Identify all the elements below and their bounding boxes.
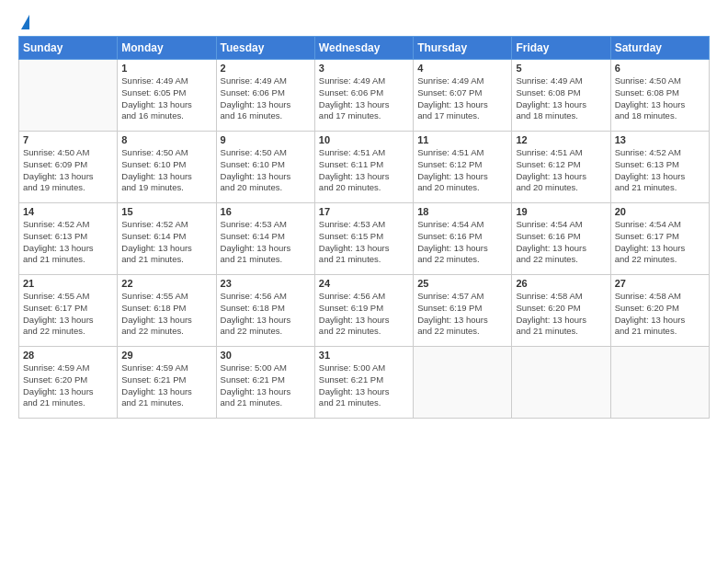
day-info: Sunrise: 4:50 AMSunset: 6:10 PMDaylight:… — [121, 147, 211, 194]
day-number: 16 — [221, 206, 311, 217]
day-info: Sunrise: 4:54 AMSunset: 6:17 PMDaylight:… — [615, 219, 705, 266]
day-info: Sunrise: 4:56 AMSunset: 6:18 PMDaylight:… — [221, 291, 311, 338]
calendar-cell: 3Sunrise: 4:49 AMSunset: 6:06 PMDaylight… — [314, 60, 413, 132]
day-number: 25 — [417, 278, 507, 289]
calendar-cell: 19Sunrise: 4:54 AMSunset: 6:16 PMDayligh… — [512, 203, 610, 275]
calendar-cell: 30Sunrise: 5:00 AMSunset: 6:21 PMDayligh… — [216, 347, 314, 419]
calendar-cell: 11Sunrise: 4:51 AMSunset: 6:12 PMDayligh… — [414, 132, 512, 203]
calendar-cell: 25Sunrise: 4:57 AMSunset: 6:19 PMDayligh… — [414, 275, 512, 347]
calendar-header-friday: Friday — [512, 37, 610, 60]
day-info: Sunrise: 4:50 AMSunset: 6:10 PMDaylight:… — [221, 147, 311, 194]
day-info: Sunrise: 4:49 AMSunset: 6:06 PMDaylight:… — [221, 75, 311, 122]
calendar-cell: 13Sunrise: 4:52 AMSunset: 6:13 PMDayligh… — [610, 132, 709, 203]
day-info: Sunrise: 4:55 AMSunset: 6:17 PMDaylight:… — [23, 291, 113, 338]
day-info: Sunrise: 5:00 AMSunset: 6:21 PMDaylight:… — [221, 362, 311, 409]
day-number: 4 — [417, 63, 507, 74]
day-number: 26 — [516, 278, 606, 289]
calendar-cell: 29Sunrise: 4:59 AMSunset: 6:21 PMDayligh… — [118, 347, 216, 419]
day-info: Sunrise: 4:52 AMSunset: 6:13 PMDaylight:… — [615, 147, 705, 194]
calendar-cell: 18Sunrise: 4:54 AMSunset: 6:16 PMDayligh… — [414, 203, 512, 275]
day-number: 2 — [221, 63, 311, 74]
day-info: Sunrise: 4:52 AMSunset: 6:14 PMDaylight:… — [121, 219, 211, 266]
day-number: 15 — [121, 206, 211, 217]
day-number: 3 — [319, 63, 409, 74]
day-number: 27 — [615, 278, 705, 289]
day-number: 11 — [417, 134, 507, 145]
day-info: Sunrise: 4:49 AMSunset: 6:05 PMDaylight:… — [121, 75, 211, 122]
day-info: Sunrise: 4:52 AMSunset: 6:13 PMDaylight:… — [23, 219, 113, 266]
calendar-header-row: SundayMondayTuesdayWednesdayThursdayFrid… — [19, 37, 710, 60]
calendar-cell: 15Sunrise: 4:52 AMSunset: 6:14 PMDayligh… — [118, 203, 216, 275]
day-number: 28 — [23, 350, 113, 361]
day-number: 17 — [319, 206, 409, 217]
day-number: 21 — [23, 278, 113, 289]
day-number: 30 — [221, 350, 311, 361]
day-info: Sunrise: 4:56 AMSunset: 6:19 PMDaylight:… — [319, 291, 409, 338]
calendar-cell: 31Sunrise: 5:00 AMSunset: 6:21 PMDayligh… — [314, 347, 413, 419]
day-info: Sunrise: 4:58 AMSunset: 6:20 PMDaylight:… — [516, 291, 606, 338]
day-number: 20 — [615, 206, 705, 217]
day-number: 18 — [417, 206, 507, 217]
logo-triangle-icon — [21, 15, 29, 29]
header — [18, 17, 710, 29]
calendar-cell: 20Sunrise: 4:54 AMSunset: 6:17 PMDayligh… — [610, 203, 709, 275]
day-info: Sunrise: 4:53 AMSunset: 6:15 PMDaylight:… — [319, 219, 409, 266]
calendar-cell: 17Sunrise: 4:53 AMSunset: 6:15 PMDayligh… — [314, 203, 413, 275]
calendar-cell: 14Sunrise: 4:52 AMSunset: 6:13 PMDayligh… — [19, 203, 118, 275]
calendar-header-monday: Monday — [118, 37, 216, 60]
calendar-cell: 7Sunrise: 4:50 AMSunset: 6:09 PMDaylight… — [19, 132, 118, 203]
calendar-table: SundayMondayTuesdayWednesdayThursdayFrid… — [18, 36, 710, 419]
day-number: 10 — [319, 134, 409, 145]
day-info: Sunrise: 4:49 AMSunset: 6:08 PMDaylight:… — [516, 75, 606, 122]
day-info: Sunrise: 4:54 AMSunset: 6:16 PMDaylight:… — [417, 219, 507, 266]
calendar-cell — [512, 347, 610, 419]
calendar-cell: 6Sunrise: 4:50 AMSunset: 6:08 PMDaylight… — [610, 60, 709, 132]
day-number: 31 — [319, 350, 409, 361]
calendar-week-2: 14Sunrise: 4:52 AMSunset: 6:13 PMDayligh… — [19, 203, 710, 275]
calendar-cell: 24Sunrise: 4:56 AMSunset: 6:19 PMDayligh… — [314, 275, 413, 347]
calendar-header-sunday: Sunday — [19, 37, 118, 60]
day-info: Sunrise: 4:54 AMSunset: 6:16 PMDaylight:… — [516, 219, 606, 266]
day-info: Sunrise: 4:49 AMSunset: 6:06 PMDaylight:… — [319, 75, 409, 122]
calendar-cell: 28Sunrise: 4:59 AMSunset: 6:20 PMDayligh… — [19, 347, 118, 419]
day-number: 24 — [319, 278, 409, 289]
calendar-cell: 5Sunrise: 4:49 AMSunset: 6:08 PMDaylight… — [512, 60, 610, 132]
day-info: Sunrise: 4:51 AMSunset: 6:12 PMDaylight:… — [417, 147, 507, 194]
calendar-cell: 2Sunrise: 4:49 AMSunset: 6:06 PMDaylight… — [216, 60, 314, 132]
day-number: 13 — [615, 134, 705, 145]
logo — [18, 17, 29, 29]
calendar-cell: 10Sunrise: 4:51 AMSunset: 6:11 PMDayligh… — [314, 132, 413, 203]
day-number: 22 — [121, 278, 211, 289]
day-info: Sunrise: 4:57 AMSunset: 6:19 PMDaylight:… — [417, 291, 507, 338]
calendar-cell — [19, 60, 118, 132]
day-number: 7 — [23, 134, 113, 145]
calendar-cell — [414, 347, 512, 419]
calendar-cell: 8Sunrise: 4:50 AMSunset: 6:10 PMDaylight… — [118, 132, 216, 203]
calendar-cell: 22Sunrise: 4:55 AMSunset: 6:18 PMDayligh… — [118, 275, 216, 347]
day-number: 5 — [516, 63, 606, 74]
calendar-cell: 16Sunrise: 4:53 AMSunset: 6:14 PMDayligh… — [216, 203, 314, 275]
day-number: 8 — [121, 134, 211, 145]
calendar-cell: 4Sunrise: 4:49 AMSunset: 6:07 PMDaylight… — [414, 60, 512, 132]
day-number: 1 — [121, 63, 211, 74]
calendar-week-1: 7Sunrise: 4:50 AMSunset: 6:09 PMDaylight… — [19, 132, 710, 203]
calendar-cell: 27Sunrise: 4:58 AMSunset: 6:20 PMDayligh… — [610, 275, 709, 347]
calendar-cell: 1Sunrise: 4:49 AMSunset: 6:05 PMDaylight… — [118, 60, 216, 132]
calendar-cell: 12Sunrise: 4:51 AMSunset: 6:12 PMDayligh… — [512, 132, 610, 203]
day-info: Sunrise: 4:59 AMSunset: 6:20 PMDaylight:… — [23, 362, 113, 409]
day-number: 23 — [221, 278, 311, 289]
day-info: Sunrise: 4:53 AMSunset: 6:14 PMDaylight:… — [221, 219, 311, 266]
page: SundayMondayTuesdayWednesdayThursdayFrid… — [0, 0, 728, 563]
day-number: 12 — [516, 134, 606, 145]
day-info: Sunrise: 4:55 AMSunset: 6:18 PMDaylight:… — [121, 291, 211, 338]
day-info: Sunrise: 5:00 AMSunset: 6:21 PMDaylight:… — [319, 362, 409, 409]
calendar-week-4: 28Sunrise: 4:59 AMSunset: 6:20 PMDayligh… — [19, 347, 710, 419]
day-number: 19 — [516, 206, 606, 217]
calendar-cell: 9Sunrise: 4:50 AMSunset: 6:10 PMDaylight… — [216, 132, 314, 203]
day-info: Sunrise: 4:59 AMSunset: 6:21 PMDaylight:… — [121, 362, 211, 409]
day-info: Sunrise: 4:49 AMSunset: 6:07 PMDaylight:… — [417, 75, 507, 122]
calendar-header-wednesday: Wednesday — [314, 37, 413, 60]
day-number: 14 — [23, 206, 113, 217]
calendar-cell — [610, 347, 709, 419]
day-info: Sunrise: 4:50 AMSunset: 6:09 PMDaylight:… — [23, 147, 113, 194]
